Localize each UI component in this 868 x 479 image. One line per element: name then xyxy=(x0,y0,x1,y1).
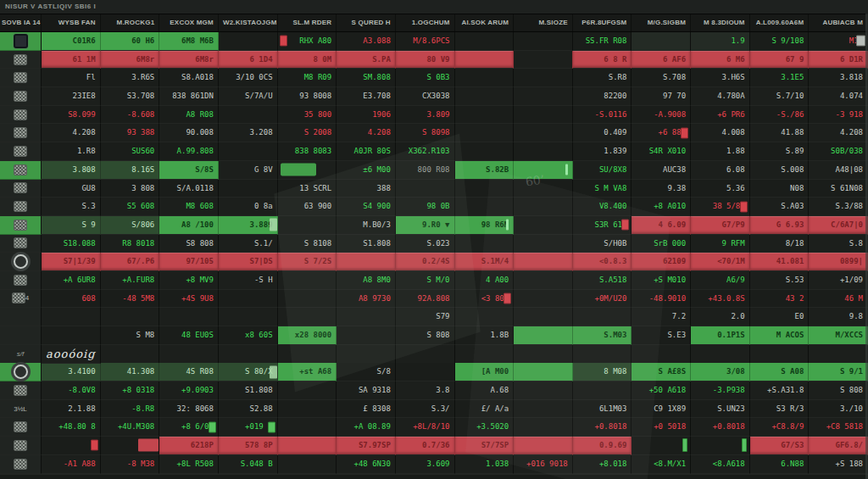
column-header[interactable]: EXCOX MGM xyxy=(159,14,219,31)
instrument-badge-icon xyxy=(14,459,27,470)
table-row[interactable]: -A1 A88-8 M38+8L R508S.048 B+48 6N303.60… xyxy=(0,455,868,474)
cell: 1.R8 xyxy=(42,142,101,161)
green-marker-icon xyxy=(742,438,747,452)
table-row[interactable]: 4608-48 5M8+4S 9U8A8 973092A.808<3 803+0… xyxy=(0,290,868,309)
table-row[interactable]: 1.R8SUS60A.99.808838 8083A0JR 80SX362.R1… xyxy=(0,142,868,161)
cell-value: 67 9 xyxy=(786,55,804,64)
cell: +4S 9U8 xyxy=(159,290,219,309)
cell: 82200 xyxy=(573,87,632,106)
cell: 23IE8 xyxy=(42,87,101,106)
column-header[interactable]: 1.OGCHUM xyxy=(396,14,455,31)
cell-value: 90.008 xyxy=(186,128,214,136)
cell: C9 1X89 xyxy=(632,400,691,419)
cell: +8 6/09 xyxy=(159,418,219,437)
cell-value: +4S 9U8 xyxy=(181,294,214,303)
table-header-row: SOVB IA 14WYSB FANM.ROCKG1EXCOX MGMW2.KI… xyxy=(0,14,868,32)
cell xyxy=(219,345,278,365)
cell-value: +6 PR6 xyxy=(717,110,745,119)
table-row[interactable]: S 9S/806A8 /1003.889M.B0/39.R0 ▼98 R6MS3… xyxy=(0,216,868,235)
table-row[interactable]: +A 6UR8+A.FUR8+8 MV9-S HA8 8M0S M/04 A00… xyxy=(0,271,868,290)
cell-value: C9 1X89 xyxy=(654,404,686,413)
cell-value: 6M8 M6B xyxy=(181,36,214,45)
column-header[interactable]: P6R.8UFGSM xyxy=(573,14,632,31)
cell: 0.9.69 xyxy=(573,437,632,455)
table-row[interactable]: Fl3.R6SS8.A0183/10 0CSM8 R09SM.808S 0B3S… xyxy=(0,69,868,87)
cell: 4.208 xyxy=(42,124,101,142)
cell xyxy=(514,400,573,419)
cell: 97 70 xyxy=(632,87,691,106)
column-header[interactable]: M 8.3DIOUM xyxy=(691,14,750,31)
cell: 67/.P6 xyxy=(101,253,160,271)
cell-value: A8 R08 xyxy=(186,110,214,119)
cell: M1R xyxy=(809,32,868,51)
cell-value: 23IE8 xyxy=(73,92,96,100)
red-marker-icon xyxy=(740,201,748,212)
cell: 97/105 xyxy=(159,253,219,271)
cell: 41.308 xyxy=(101,363,160,382)
cell: +019 A xyxy=(219,418,278,437)
cell-value: S0B/038 xyxy=(831,147,863,155)
table-row[interactable]: 23IE8S3.708838 861DNS/7A/U93 8008E3.708C… xyxy=(0,87,868,106)
column-header[interactable]: AI.SOK ARUM xyxy=(455,14,515,31)
column-header[interactable]: M.SIOZE xyxy=(514,14,573,31)
instrument-badge-icon xyxy=(14,421,27,432)
cell xyxy=(278,418,337,437)
table-row[interactable]: S8.099-8.608A8 R0835 80019063.809-S.0116… xyxy=(0,106,868,125)
cell xyxy=(573,308,632,326)
cell: 6M8r xyxy=(159,51,219,70)
instrument-badge-icon xyxy=(14,127,27,138)
column-header[interactable]: A.L009.60A6M xyxy=(750,14,810,31)
cell: SrB 000 xyxy=(632,235,691,253)
column-header[interactable]: M/G.SIGBM xyxy=(632,14,691,31)
table-row[interactable]: S7|1/3967/.P697/105S7|DSS 7/2S0.2/4SS.1M… xyxy=(0,253,868,271)
column-header[interactable]: SOVB IA 14 xyxy=(0,14,42,31)
cell-value: S 7/2S xyxy=(304,257,332,265)
table-row[interactable]: 3½L2.1.88-8.R832: 8068S2.88£ 8308S.3/£/ … xyxy=(0,400,868,419)
table-row[interactable]: S18.088R8 8018S8 808S.1/S 8108S1.808S.02… xyxy=(0,235,868,253)
table-row[interactable]: 3.410041.3084S R08S 80/X+st A68S/8[A M00… xyxy=(0,363,868,382)
cell xyxy=(455,345,515,365)
cell-value: 62109 xyxy=(663,257,686,265)
column-header[interactable]: M.ROCKG1 xyxy=(101,14,160,31)
column-header[interactable]: W2.KISTAOJGM xyxy=(219,14,278,31)
cell-value: +48 6N30 xyxy=(353,460,390,468)
cell-value: 6.08 xyxy=(726,165,745,174)
column-header[interactable]: SL.M RDER xyxy=(278,14,337,31)
cell-value: +C8.8/9 xyxy=(771,422,804,431)
cell: S/7A/U xyxy=(219,87,278,106)
cell-value: S7/7SP xyxy=(481,441,509,449)
cell: +1/09 xyxy=(809,271,868,290)
table-row[interactable]: s/faooóoig xyxy=(0,345,868,364)
table-row[interactable]: 3.8088.16SS/8SG 8V±6 M00800 R08S.82BSU/8… xyxy=(0,161,868,180)
table-row[interactable]: S797.22.0E09.8 xyxy=(0,308,868,326)
cell: S.53 xyxy=(750,271,810,290)
instrument-icon-cell: s/f xyxy=(0,345,42,365)
cell-value: +8 A010 xyxy=(654,202,686,210)
table-row[interactable]: +48.80 8+4U.M308+8 6/09+019 A+A 08.89+8L… xyxy=(0,418,868,437)
cell: 63 900 xyxy=(278,198,337,216)
cell-value: 0 8a xyxy=(254,202,273,210)
cell-value: 3/10 0CS xyxy=(236,73,272,81)
column-header[interactable]: WYSB FAN xyxy=(42,14,101,31)
table-row[interactable]: -8.0V8+8 0318+9.0903S1.808SA 93183.8A.68… xyxy=(0,382,868,400)
instrument-icon-cell xyxy=(0,216,42,235)
cell-value: <8.A618 xyxy=(713,460,745,468)
cell xyxy=(278,216,337,235)
table-row[interactable]: S M848 EU0Sx8 60Sx28 8000S 8081.8BS.M03S… xyxy=(0,326,868,345)
table-row[interactable]: 38d6218P578 8PS7.97SP0.7/36S7/7SP0.9.69G… xyxy=(0,437,868,455)
cell: +A 6UR8 xyxy=(42,271,101,290)
cell-value: S/806 xyxy=(131,220,154,229)
cell: 4S R08 xyxy=(159,363,219,382)
cell: 61 1M xyxy=(42,51,101,70)
instrument-badge-icon xyxy=(14,182,27,193)
cell-value: 6M8r xyxy=(136,55,155,64)
table-row[interactable]: C01R660 H66M8 M6BRHX A80A3.088M/8.6PCSSS… xyxy=(0,32,868,51)
table-row[interactable]: GU83 808S/A.011813 SCRL388S M VA89.385.3… xyxy=(0,180,868,198)
column-header[interactable]: AUBIACB M xyxy=(809,14,868,31)
instrument-icon-cell xyxy=(0,363,42,382)
table-row[interactable]: S.3S5 608M8 6080 8a63 900S4 90098 0BV8.4… xyxy=(0,198,868,216)
table-row[interactable]: 61 1M6M8r6M8r6 1D48 0MS.PA80 V96 8 R6 AF… xyxy=(0,51,868,70)
table-row[interactable]: 4.20893 38890.0083.208S 20084.208S 80980… xyxy=(0,124,868,142)
cell: A3.088 xyxy=(337,32,396,51)
column-header[interactable]: S QURED H xyxy=(337,14,396,31)
